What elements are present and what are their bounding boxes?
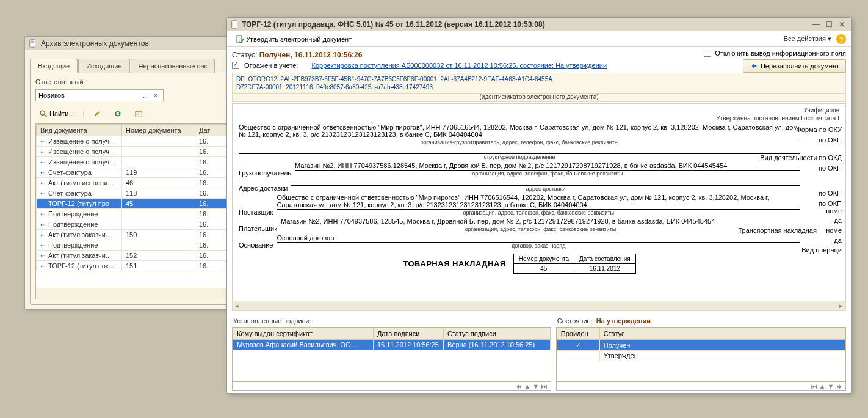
signature-row[interactable]: Муразов Афанасий Васильевич, ОО... 16.11… (233, 340, 551, 350)
toolbar-sep: | (83, 110, 85, 117)
responsible-input[interactable]: … × (35, 89, 164, 101)
find-button[interactable]: Найти... (35, 108, 78, 120)
document-name: ТОВАРНАЯ НАКЛАДНАЯ (403, 259, 505, 268)
col-doc-type[interactable]: Вид документа (37, 125, 122, 136)
right-side-boxes: номе да Транспортная накладная номе да В… (739, 207, 842, 255)
incoming-icon: ⇠ (40, 169, 45, 176)
disable-info-checkbox[interactable] (704, 50, 711, 57)
svg-rect-1 (31, 41, 34, 42)
state-row[interactable]: ✓Получен (557, 340, 845, 351)
document-number-table: Номер документаДата составления 4516.11.… (513, 254, 636, 274)
refresh-button[interactable] (110, 108, 126, 120)
ellipsis-button[interactable]: … (141, 92, 151, 99)
incoming-icon: ⇠ (40, 211, 45, 218)
tab-unpacked[interactable]: Нераспакованные пак (131, 59, 215, 73)
reflect-checkbox[interactable] (232, 62, 239, 69)
incoming-icon: ⇠ (40, 148, 45, 155)
svg-rect-8 (139, 114, 140, 115)
responsible-field[interactable] (38, 90, 141, 100)
refresh-icon (114, 109, 122, 118)
all-actions-button[interactable]: Все действия ▾ (781, 34, 834, 44)
arrow-left-icon (750, 62, 758, 70)
signatures-nav[interactable]: ⏮▲▼⏭ (232, 382, 551, 391)
signatures-grid[interactable]: Кому выдан сертификат Дата подписи Стату… (232, 327, 551, 382)
incoming-icon: ⇠ (40, 190, 45, 197)
incoming-icon: ⇠ (40, 232, 45, 238)
document-print-area: Унифициров Утверждена постановлением Гос… (232, 103, 846, 301)
doc-icon (29, 38, 37, 48)
reflect-label: Отражен в учете: (244, 62, 298, 69)
incoming-icon: ⇠ (40, 242, 45, 249)
svg-rect-9 (232, 21, 237, 28)
print-area-scroll[interactable]: ◂ ▸ (232, 301, 846, 311)
svg-rect-6 (136, 111, 142, 113)
approve-button[interactable]: Утвердить электронный документ (232, 33, 355, 45)
approve-icon (236, 35, 244, 43)
close-button[interactable]: ✕ (836, 20, 847, 29)
svg-line-4 (45, 115, 47, 117)
state-row[interactable]: Утвержден (557, 351, 845, 361)
calendar-icon (134, 109, 143, 118)
incoming-icon: ⇠ (40, 138, 45, 145)
state-nav[interactable]: ⏮▲▼⏭ (556, 382, 846, 391)
tab-incoming[interactable]: Входящие (30, 59, 78, 73)
status-line: Статус: Получен, 16.11.2012 10:56:26 (232, 50, 704, 61)
incoming-icon: ⇠ (40, 221, 45, 228)
help-button[interactable]: ? (836, 34, 846, 44)
scroll-left-icon[interactable]: ◂ (233, 302, 241, 310)
wrench-icon (93, 109, 101, 118)
svg-rect-7 (137, 114, 138, 115)
signatures-label: Установленные подписи: (232, 315, 551, 327)
svg-rect-2 (31, 42, 34, 43)
document-id-bar: DP_OTORG12_2AL-2FB973B7-6F5F-45B1-947C-7… (232, 73, 846, 94)
document-title: ТОРГ-12 (титул продавца, ФНС 5.01) № 45 … (242, 20, 545, 29)
incoming-icon: ⇠ (40, 200, 45, 207)
state-grid[interactable]: Пройден Статус ✓ПолученУтвержден (556, 327, 846, 382)
form-code-labels: Форма по ОКУ по ОКП Вид деятельности по … (760, 125, 842, 209)
settings-button[interactable] (89, 108, 105, 120)
clear-button[interactable]: × (151, 92, 161, 99)
scroll-right-icon[interactable]: ▸ (837, 302, 845, 310)
incoming-icon: ⇠ (40, 180, 45, 186)
responsible-label: Ответственный: (35, 78, 85, 86)
incoming-icon: ⇠ (40, 159, 45, 166)
col-doc-num[interactable]: Номер документа (122, 125, 195, 136)
search-icon (39, 109, 48, 118)
doc-page-icon (231, 20, 239, 29)
state-label: Состояние: На утверждении (556, 315, 846, 327)
minimize-button[interactable]: — (811, 20, 822, 29)
disable-info-label: Отключить вывод информационного поля (715, 50, 846, 57)
svg-point-3 (40, 111, 45, 115)
maximize-button[interactable]: ☐ (823, 20, 834, 29)
tab-outgoing[interactable]: Исходящие (78, 59, 129, 73)
document-toolbar: Утвердить электронный документ Все дейст… (227, 31, 851, 47)
document-window: ТОРГ-12 (титул продавца, ФНС 5.01) № 45 … (226, 17, 852, 394)
reflect-link[interactable]: Корректировка поступления АБ000000032 от… (312, 62, 607, 69)
document-id-caption: (идентификатор электронного документа) (232, 94, 846, 102)
document-titlebar[interactable]: ТОРГ-12 (титул продавца, ФНС 5.01) № 45 … (227, 18, 851, 31)
org-sender: Общество с ограниченной ответсвенностью … (239, 123, 800, 139)
chevron-down-icon: ▾ (828, 35, 831, 42)
incoming-icon: ⇠ (40, 263, 45, 270)
archive-title-text: Архив электронных документов (41, 39, 149, 48)
refill-button[interactable]: Перезаполнить документ (743, 59, 846, 73)
incoming-icon: ⇠ (40, 252, 45, 259)
calendar-button[interactable] (131, 108, 146, 120)
